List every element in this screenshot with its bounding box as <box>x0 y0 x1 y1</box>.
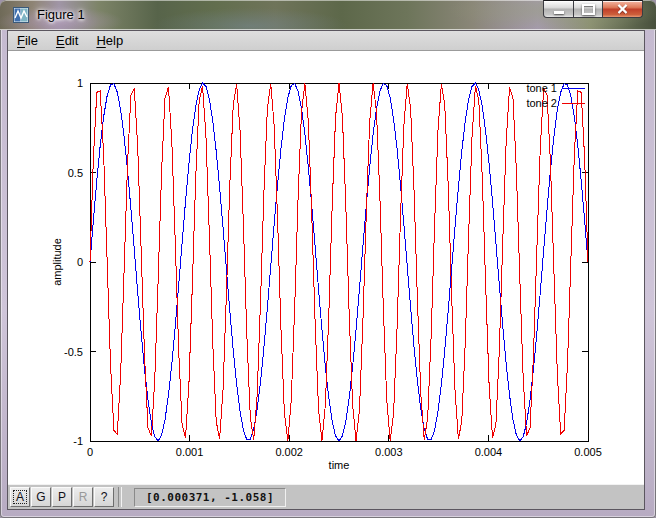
menu-edit-mnemonic: E <box>56 33 65 48</box>
close-button[interactable] <box>603 0 643 18</box>
y-tick-label: 1 <box>77 77 83 89</box>
plot-canvas[interactable]: 00.0010.0020.0030.0040.005-1-0.500.51tim… <box>8 51 644 484</box>
menu-bar: File Edit Help <box>8 31 644 51</box>
legend-label-1: tone 1 <box>526 82 557 94</box>
menu-edit[interactable]: Edit <box>47 31 87 51</box>
maximize-button[interactable] <box>574 0 603 18</box>
minimize-icon <box>554 11 564 14</box>
x-tick-label: 0.004 <box>475 446 503 458</box>
menu-help-mnemonic: H <box>96 33 105 48</box>
menu-file-rest: ile <box>25 33 38 48</box>
toolbar-button-grid[interactable]: G <box>31 487 51 507</box>
y-tick-label: 0.5 <box>68 167 83 179</box>
y-axis-label: amplitude <box>51 238 63 286</box>
window-title: Figure 1 <box>37 7 85 22</box>
plot-border <box>90 83 588 441</box>
y-tick-label: -1 <box>73 435 83 447</box>
x-tick-label: 0 <box>87 446 93 458</box>
menu-help-rest: elp <box>106 33 123 48</box>
menu-help[interactable]: Help <box>87 31 132 51</box>
menu-edit-rest: dit <box>65 33 79 48</box>
gnuplot-window: Figure 1 File Edit Help 00.0010.0020.0 <box>0 0 656 518</box>
window-icon[interactable] <box>13 7 29 23</box>
x-tick-label: 0.002 <box>275 446 303 458</box>
x-tick-label: 0.005 <box>574 446 602 458</box>
client-area: File Edit Help 00.0010.0020.0030.0040.00… <box>8 31 644 509</box>
toolbar-button-copy-clipboard[interactable]: A <box>10 487 30 507</box>
menu-file[interactable]: File <box>8 31 47 51</box>
toolbar-button-replot: R <box>73 487 93 507</box>
toolbar-button-help[interactable]: ? <box>94 487 114 507</box>
x-tick-label: 0.003 <box>375 446 403 458</box>
toolbar-divider <box>118 487 122 507</box>
menu-file-mnemonic: F <box>17 33 25 48</box>
y-tick-label: 0 <box>77 256 83 268</box>
x-tick-label: 0.001 <box>176 446 204 458</box>
close-icon <box>617 4 628 14</box>
maximize-icon <box>582 4 595 15</box>
status-toolbar: A G P R ? [0.000371, -1.058] <box>8 484 644 509</box>
coordinate-text: [0.000371, -1.058] <box>146 491 274 504</box>
mouse-coordinate-readout: [0.000371, -1.058] <box>134 488 286 507</box>
title-bar[interactable]: Figure 1 <box>0 0 656 30</box>
series-tone-1 <box>90 83 588 441</box>
minimize-button[interactable] <box>543 0 574 18</box>
y-tick-label: -0.5 <box>64 346 83 358</box>
x-axis-label: time <box>329 459 350 471</box>
toolbar-button-previous-zoom[interactable]: P <box>52 487 72 507</box>
legend-label-2: tone 2 <box>526 97 557 109</box>
caption-buttons <box>543 0 643 18</box>
series-tone-2 <box>90 83 588 441</box>
